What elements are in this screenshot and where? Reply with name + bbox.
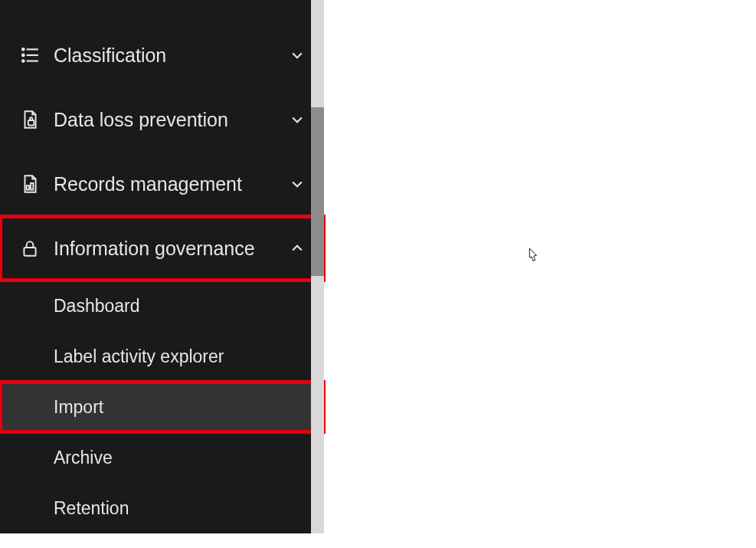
sidebar-sub-label: Label activity explorer bbox=[54, 346, 224, 367]
sidebar-item-label: Records management bbox=[54, 173, 289, 195]
svg-point-0 bbox=[22, 48, 25, 51]
sidebar-sub-label: Dashboard bbox=[54, 296, 140, 317]
cursor-pointer-icon bbox=[524, 247, 541, 267]
sidebar-sub-retention[interactable]: Retention bbox=[0, 483, 324, 533]
scrollbar-thumb[interactable] bbox=[311, 107, 324, 276]
sidebar-sub-label: Archive bbox=[54, 448, 113, 468]
sidebar-item-label: Information governance bbox=[54, 238, 289, 260]
sidebar: Classification Data loss prevention bbox=[0, 0, 324, 533]
svg-rect-7 bbox=[27, 185, 29, 189]
records-icon bbox=[18, 172, 41, 195]
sidebar-item-label: Classification bbox=[54, 44, 289, 67]
main-content: Home > Import Import PST Files Move emai… bbox=[0, 533, 756, 548]
chevron-down-icon bbox=[289, 176, 306, 192]
svg-rect-9 bbox=[24, 248, 35, 256]
svg-point-4 bbox=[22, 60, 25, 62]
list-icon bbox=[18, 44, 41, 67]
chevron-down-icon bbox=[289, 111, 306, 128]
chevron-down-icon bbox=[289, 47, 306, 64]
sidebar-sub-import[interactable]: Import bbox=[0, 382, 324, 432]
sidebar-item-classification[interactable]: Classification bbox=[0, 23, 324, 87]
sidebar-item-label: Data loss prevention bbox=[54, 109, 289, 131]
sidebar-sub-archive[interactable]: Archive bbox=[0, 432, 324, 483]
svg-rect-6 bbox=[28, 120, 34, 126]
file-lock-icon bbox=[18, 108, 41, 131]
sidebar-sub-label: Import bbox=[54, 397, 103, 418]
sidebar-item-data-loss-prevention[interactable]: Data loss prevention bbox=[0, 87, 324, 152]
sidebar-item-information-governance[interactable]: Information governance bbox=[0, 216, 324, 281]
sidebar-sub-dashboard[interactable]: Dashboard bbox=[0, 281, 324, 331]
nav-list: Classification Data loss prevention bbox=[0, 0, 324, 533]
svg-rect-8 bbox=[31, 183, 33, 190]
nav-spacer bbox=[0, 0, 324, 23]
sidebar-item-records-management[interactable]: Records management bbox=[0, 152, 324, 216]
svg-point-2 bbox=[22, 54, 25, 57]
chevron-up-icon bbox=[289, 240, 306, 257]
lock-icon bbox=[18, 237, 41, 260]
scrollbar-track[interactable] bbox=[311, 0, 324, 533]
sidebar-sub-label-activity-explorer[interactable]: Label activity explorer bbox=[0, 331, 324, 382]
sidebar-sub-label: Retention bbox=[54, 498, 129, 519]
